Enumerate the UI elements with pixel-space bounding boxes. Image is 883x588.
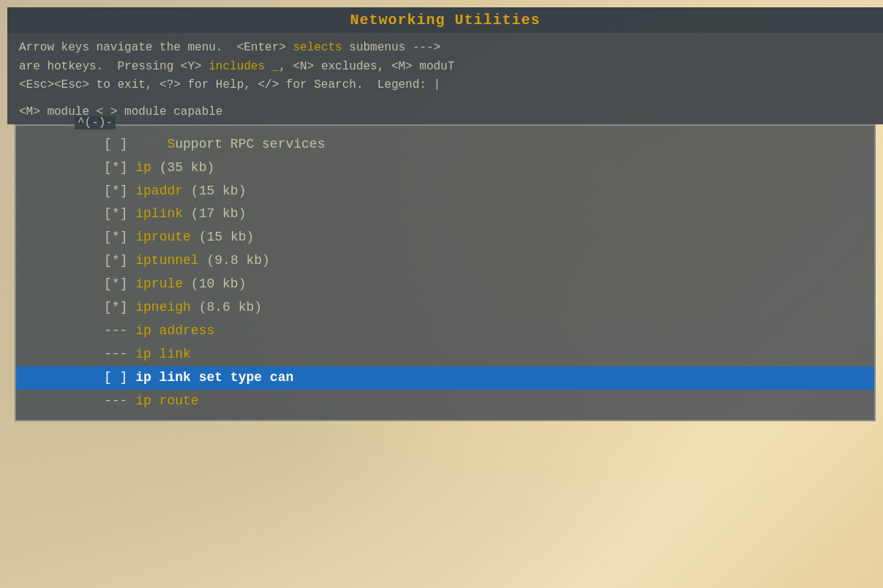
info-line-1: Arrow keys navigate the menu. <Enter> se… <box>19 39 871 58</box>
info-line-3: <Esc><Esc> to exit, <?> for Help, </> fo… <box>19 76 871 95</box>
bracket-left: [ ] <box>104 137 127 151</box>
menu-item-iproute[interactable]: [*] iproute (15 kb) <box>16 226 874 249</box>
menu-box-header: ^(-)- <box>75 116 116 129</box>
legend-section: <M> module < > module capable <box>7 101 883 124</box>
terminal-window: Networking Utilities Arrow keys navigate… <box>7 7 883 588</box>
info-line-2: are hotkeys. Pressing <Y> includes _, <N… <box>19 58 871 77</box>
menu-item-support-rpc[interactable]: [ ] Support RPC services <box>16 133 874 157</box>
info-section: Arrow keys navigate the menu. <Enter> se… <box>7 33 883 101</box>
menu-item-ip[interactable]: [*] ip (35 kb) <box>16 157 874 180</box>
title-bar: Networking Utilities <box>7 7 883 33</box>
menu-item-ip-address[interactable]: --- ip address <box>16 320 874 343</box>
menu-item-iprule[interactable]: [*] iprule (10 kb) <box>16 273 874 296</box>
menu-item-iplink[interactable]: [*] iplink (17 kb) <box>16 203 874 226</box>
menu-item-ip-route[interactable]: --- ip route <box>16 390 874 413</box>
menu-item-ipaddr[interactable]: [*] ipaddr (15 kb) <box>16 180 874 203</box>
legend-text: <M> module < > module capable <box>19 105 871 118</box>
menu-item-ip-link[interactable]: --- ip link <box>16 343 874 366</box>
menu-item-ip-link-set-type-can[interactable]: [ ] ip link set type can <box>16 366 874 390</box>
menu-item-iptunnel[interactable]: [*] iptunnel (9.8 kb) <box>16 249 874 273</box>
menu-item-ipneigh[interactable]: [*] ipneigh (8.6 kb) <box>16 296 874 320</box>
menu-box: ^(-)- [ ] Support RPC services [*] ip (3… <box>15 124 876 422</box>
app-title: Networking Utilities <box>350 12 540 29</box>
menu-content: [ ] Support RPC services [*] ip (35 kb) … <box>16 126 874 421</box>
